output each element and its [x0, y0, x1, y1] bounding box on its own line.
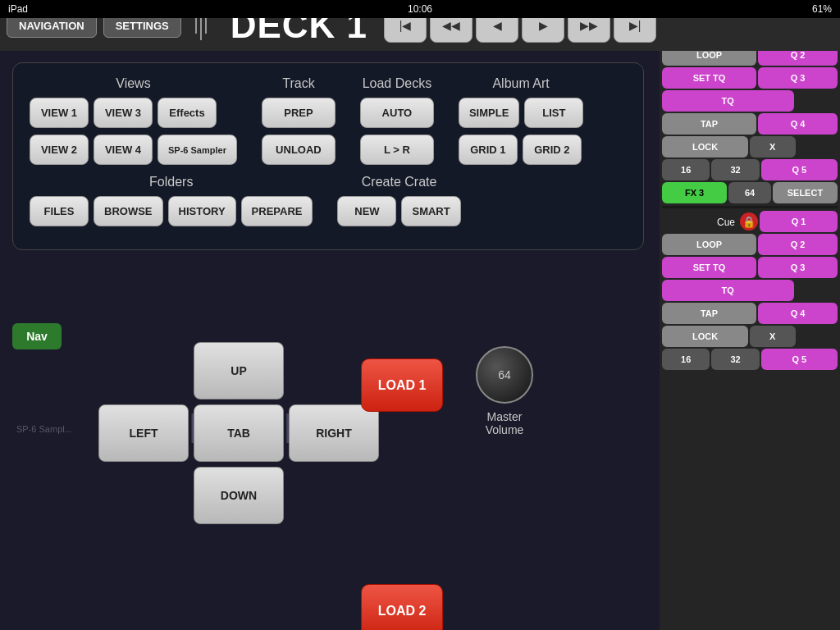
- settq-row-1: SET TQ Q 3: [662, 67, 838, 89]
- sp6-background-label: SP-6 Sampl...: [16, 424, 72, 434]
- ltor-btn[interactable]: L > R: [360, 135, 434, 165]
- views-row1: VIEW 1 VIEW 3 Effects: [30, 98, 237, 128]
- views-row2: VIEW 2 VIEW 4 SP-6 Sampler: [30, 135, 237, 165]
- auto-btn[interactable]: AUTO: [360, 98, 434, 128]
- right-btn[interactable]: RIGHT: [289, 404, 379, 462]
- fx3-row: FX 3 64 SELECT: [662, 182, 838, 203]
- loaddecks-row1: AUTO: [360, 98, 434, 128]
- load-decks-section: Load Decks AUTO L > R: [360, 76, 434, 165]
- smart-crate-btn[interactable]: SMART: [401, 196, 460, 226]
- status-bar: iPad 10:06 61%: [0, 0, 840, 18]
- master-volume-knob[interactable]: 64: [476, 346, 533, 404]
- set-tq-btn-2[interactable]: SET TQ: [662, 257, 756, 278]
- num16-btn-2[interactable]: 16: [662, 349, 710, 370]
- grid2-btn[interactable]: GRID 2: [523, 135, 582, 165]
- set-tq-btn-1[interactable]: SET TQ: [662, 67, 756, 89]
- track-title: Track: [262, 76, 336, 91]
- folders-section: Folders FILES BROWSE HISTORY PREPARE: [30, 175, 313, 226]
- prep-btn[interactable]: PREP: [262, 98, 336, 128]
- new-crate-btn[interactable]: NEW: [337, 196, 396, 226]
- panel-divider: [662, 206, 838, 208]
- q2-btn-deck2[interactable]: Q 2: [758, 234, 838, 255]
- q4-btn-deck1[interactable]: Q 4: [758, 113, 838, 135]
- tq-row-2: TQ: [662, 280, 838, 301]
- num-row-1: 16 32 Q 5: [662, 159, 838, 180]
- browse-btn[interactable]: BROWSE: [94, 196, 163, 226]
- lock-btn-2[interactable]: LOCK: [662, 326, 748, 347]
- create-crate-title: Create Crate: [337, 175, 460, 189]
- album-art-section: Album Art SIMPLE LIST GRID 1 GRID 2: [459, 76, 583, 165]
- left-btn[interactable]: LEFT: [98, 404, 189, 462]
- q5-btn-deck1[interactable]: Q 5: [761, 159, 838, 180]
- create-crate-section: Create Crate NEW SMART: [337, 175, 460, 226]
- num64-btn[interactable]: 64: [728, 182, 771, 203]
- num32-btn-1[interactable]: 32: [711, 159, 759, 180]
- q3-btn-deck2[interactable]: Q 3: [758, 257, 838, 278]
- views-section: Views VIEW 1 VIEW 3 Effects VIEW 2 VIEW …: [30, 76, 237, 165]
- main-area: DECK 2 Effects SP-6 Sampl... Views VIEW …: [0, 51, 660, 630]
- tq-btn-2[interactable]: TQ: [662, 280, 794, 301]
- lock-btn-1[interactable]: LOCK: [662, 136, 748, 158]
- list-btn[interactable]: LIST: [524, 98, 583, 128]
- view4-btn[interactable]: VIEW 4: [94, 135, 153, 165]
- track-row1: PREP: [262, 98, 336, 128]
- tap-btn-2[interactable]: TAP: [662, 303, 756, 324]
- grid1-btn[interactable]: GRID 1: [459, 135, 518, 165]
- track-section: Track PREP UNLOAD: [262, 76, 336, 165]
- x-btn-2[interactable]: X: [750, 326, 796, 347]
- view2-btn[interactable]: VIEW 2: [30, 135, 89, 165]
- views-title: Views: [30, 76, 237, 91]
- lock-row-1: LOCK X: [662, 136, 838, 158]
- cue-lock-2: 🔒: [740, 212, 758, 231]
- simple-btn[interactable]: SIMPLE: [459, 98, 519, 128]
- battery: 61%: [812, 3, 832, 15]
- up-btn[interactable]: UP: [194, 342, 284, 399]
- panel-row-1: Views VIEW 1 VIEW 3 Effects VIEW 2 VIEW …: [30, 76, 627, 165]
- fx3-btn[interactable]: FX 3: [662, 182, 727, 203]
- time: 10:06: [408, 3, 432, 15]
- view1-btn[interactable]: VIEW 1: [30, 98, 89, 128]
- load1-btn[interactable]: LOAD 1: [361, 358, 443, 412]
- history-btn[interactable]: HISTORY: [168, 196, 236, 226]
- files-btn[interactable]: FILES: [30, 196, 89, 226]
- right-panel: Cue 🔒 Q 1 LOOP Q 2 SET TQ Q 3 TQ TAP Q 4…: [660, 18, 840, 630]
- settq-row-2: SET TQ Q 3: [662, 257, 838, 278]
- num-row-2: 16 32 Q 5: [662, 349, 838, 370]
- cue-row-2: Cue 🔒 Q 1: [662, 211, 838, 232]
- prepare-btn[interactable]: PREPARE: [241, 196, 313, 226]
- carrier: iPad: [8, 3, 28, 15]
- tab-btn[interactable]: TAB: [194, 404, 284, 462]
- tap-row-2: TAP Q 4: [662, 303, 838, 324]
- num32-btn-2[interactable]: 32: [711, 349, 759, 370]
- view3-btn[interactable]: VIEW 3: [94, 98, 153, 128]
- q5-btn-deck2[interactable]: Q 5: [761, 349, 838, 370]
- x-btn-1[interactable]: X: [750, 136, 796, 158]
- tq-btn-1[interactable]: TQ: [662, 90, 794, 112]
- nav-label: Nav: [12, 323, 62, 349]
- unload-btn[interactable]: UNLOAD: [262, 135, 336, 165]
- tq-row-1: TQ: [662, 90, 838, 112]
- tap-row-1: TAP Q 4: [662, 113, 838, 135]
- q1-btn-deck2[interactable]: Q 1: [760, 211, 838, 232]
- cue-label-2: Cue: [717, 217, 735, 228]
- select-btn[interactable]: SELECT: [773, 182, 838, 203]
- loop-btn-2[interactable]: LOOP: [662, 234, 756, 255]
- albumart-row1: SIMPLE LIST: [459, 98, 583, 128]
- sp6sampler-btn[interactable]: SP-6 Sampler: [158, 135, 237, 165]
- track-row2: UNLOAD: [262, 135, 336, 165]
- num16-btn-1[interactable]: 16: [662, 159, 710, 180]
- tap-btn-1[interactable]: TAP: [662, 113, 756, 135]
- down-btn[interactable]: DOWN: [194, 467, 284, 524]
- panel-row-2: Folders FILES BROWSE HISTORY PREPARE Cre…: [30, 175, 627, 226]
- createcrate-row1: NEW SMART: [337, 196, 460, 226]
- effects-btn[interactable]: Effects: [158, 98, 217, 128]
- album-art-title: Album Art: [459, 76, 583, 91]
- load2-btn[interactable]: LOAD 2: [361, 584, 443, 630]
- q3-btn-deck1[interactable]: Q 3: [758, 67, 838, 89]
- loaddecks-row2: L > R: [360, 135, 434, 165]
- q4-btn-deck2[interactable]: Q 4: [758, 303, 838, 324]
- loop-row-2: LOOP Q 2: [662, 234, 838, 255]
- master-volume-label: Master Volume: [486, 410, 524, 436]
- lock-row-2: LOCK X: [662, 326, 838, 347]
- folders-title: Folders: [30, 175, 313, 189]
